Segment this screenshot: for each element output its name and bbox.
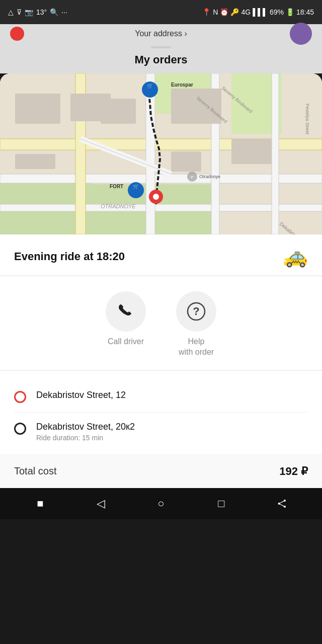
route-section: Dekabristov Street, 12 Dekabristov Stree… [0,371,322,451]
svg-rect-20 [171,151,201,172]
battery-pct-label: 69% [270,8,284,16]
key-icon: 🔑 [230,8,239,16]
ride-info-row: Evening ride at 18:20 🚕 [0,234,322,276]
svg-text:OTRADNOYE: OTRADNOYE [101,203,136,209]
svg-rect-17 [171,89,221,124]
map-svg: 🛒 Eurospar 🛒 FORT OTRADNOYE Sovet deputa… [0,73,322,234]
order-card: 🛒 Eurospar 🛒 FORT OTRADNOYE Sovet deputa… [0,73,322,488]
help-order-button[interactable]: ? Helpwith order [176,291,216,358]
time-label: 18:45 [296,8,314,16]
search-icon: 🔍 [50,8,58,16]
svg-rect-11 [272,73,279,234]
signal-bars-icon: ▌▌▌ [253,8,268,16]
total-label: Total cost [14,465,56,477]
total-value: 192 ₽ [279,465,308,478]
status-left-icons: △ ⊽ 📷 13° 🔍 ··· [8,8,67,16]
status-bar: △ ⊽ 📷 13° 🔍 ··· 📍 N ⏰ 🔑 4G ▌▌▌ 69% 🔋 18:… [0,0,322,24]
nav-share-button[interactable] [271,493,293,515]
origin-text-wrap: Dekabristov Street, 12 [36,390,126,400]
help-circle: ? [176,291,216,332]
drag-handle [151,46,171,48]
help-order-label: Helpwith order [179,337,214,358]
svg-text:P: P [191,175,193,180]
top-bar: Your address › [0,24,322,43]
camera-icon: 📷 [25,8,33,16]
profile-avatar[interactable] [290,23,312,45]
svg-rect-18 [231,139,272,164]
svg-point-25 [153,194,159,200]
destination-text-wrap: Dekabristov Street, 20к2 Ride duration: … [36,422,135,442]
svg-rect-19 [15,154,55,169]
svg-rect-9 [146,73,155,234]
ride-title: Evening ride at 18:20 [14,250,125,263]
nav-home-button[interactable]: ○ [150,493,172,515]
svg-text:FORT: FORT [110,184,123,189]
nfc-icon: N [213,8,218,16]
svg-text:Eurospar: Eurospar [171,82,193,88]
page-title-bar: My orders [0,43,322,73]
dots-icon: ··· [61,8,67,16]
total-row: Total cost 192 ₽ [0,454,322,488]
origin-address: Dekabristov Street, 12 [36,390,126,400]
page-title: My orders [8,53,314,66]
signal-4g-icon: 4G [241,8,251,16]
action-row: Call driver ? Helpwith order [0,276,322,370]
notification-icon: △ [8,8,14,16]
battery-icon: 🔋 [286,8,294,16]
svg-text:?: ? [193,305,199,317]
address-label: Your address [135,29,182,38]
alarm-icon: ⏰ [220,8,228,16]
phone-icon [117,302,135,320]
call-driver-circle [106,291,146,332]
nav-square-button[interactable]: ■ [29,493,51,515]
svg-rect-16 [101,99,136,124]
map-area: 🛒 Eurospar 🛒 FORT OTRADNOYE Sovet deputa… [0,73,322,234]
route-origin: Dekabristov Street, 12 [14,381,308,412]
destination-address: Dekabristov Street, 20к2 [36,422,135,432]
location-icon: 📍 [202,8,211,16]
status-right-icons: 📍 N ⏰ 🔑 4G ▌▌▌ 69% 🔋 18:45 [202,8,314,16]
route-destination: Dekabristov Street, 20к2 Ride duration: … [14,412,308,451]
nav-recents-button[interactable]: □ [210,493,232,515]
filter-icon: ⊽ [17,8,22,16]
svg-text:🛒: 🛒 [147,83,153,89]
nav-back-button[interactable]: ◁ [90,493,112,515]
menu-dot[interactable] [10,27,24,41]
origin-icon [14,391,26,403]
svg-text:Pestelya Street: Pestelya Street [305,104,310,135]
question-icon: ? [186,301,206,321]
address-arrow: › [184,29,187,38]
svg-text:Otradnoye: Otradnoye [199,174,220,179]
svg-text:🛒: 🛒 [133,183,139,190]
ride-duration: Ride duration: 15 min [36,434,135,442]
taxi-icon: 🚕 [283,245,308,268]
call-driver-button[interactable]: Call driver [106,291,146,358]
destination-icon [14,423,26,435]
temperature-label: 13° [36,8,47,16]
bottom-nav: ■ ◁ ○ □ [0,488,322,519]
share-icon [276,498,288,510]
svg-rect-14 [15,94,60,124]
call-driver-label: Call driver [108,337,144,347]
address-link[interactable]: Your address › [135,29,187,38]
